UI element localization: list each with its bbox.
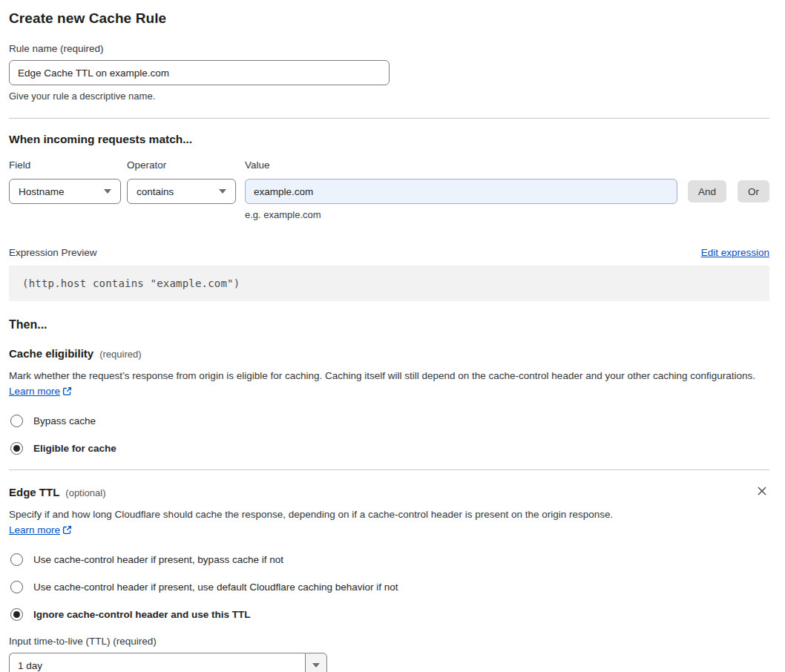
chevron-down-icon [104,189,111,194]
field-label: Field [9,159,121,171]
external-link-icon [62,525,72,535]
field-select-value: Hostname [19,186,65,197]
rule-name-input[interactable] [9,60,390,85]
external-link-icon [62,386,72,396]
ttl-input[interactable] [9,653,305,672]
cache-eligibility-title: Cache eligibility [9,347,93,360]
cache-eligibility-header: Cache eligibility (required) [9,347,769,360]
radio-circle-checked-icon [10,442,23,455]
cache-eligibility-badge: (required) [99,349,141,360]
radio-circle-icon [10,553,23,566]
edge-ttl-title: Edge TTL [9,486,59,498]
operator-label: Operator [127,159,236,171]
expression-preview-code: (http.host contains "example.com") [9,266,769,301]
value-helper: e.g. example.com [245,209,769,220]
radio-use-header-bypass[interactable]: Use cache-control header if present, byp… [9,553,769,566]
edge-ttl-description: Specify if and how long Cloudflare shoul… [9,507,628,538]
divider-top [9,118,769,119]
and-button[interactable]: And [688,180,726,202]
ttl-dropdown-button[interactable] [305,653,327,672]
edge-ttl-badge: (optional) [65,487,105,498]
cache-eligibility-learn-more-link[interactable]: Learn more [9,386,60,397]
chevron-down-icon [312,663,320,668]
chevron-down-icon [219,189,226,194]
radio-eligible-for-cache[interactable]: Eligible for cache [9,442,769,455]
ttl-combobox [9,653,327,672]
ttl-label: Input time-to-live (TTL) (required) [9,636,769,647]
match-section-heading: When incoming requests match... [9,133,769,146]
radio-circle-icon [10,581,23,593]
radio-use-header-default[interactable]: Use cache-control header if present, use… [9,581,769,593]
close-edge-ttl-button[interactable] [755,484,769,499]
edit-expression-link[interactable]: Edit expression [701,247,769,258]
value-input[interactable] [245,179,677,204]
radio-bypass-cache[interactable]: Bypass cache [9,415,769,427]
operator-select-value: contains [137,186,174,197]
radio-circle-icon [10,415,23,427]
rule-name-helper: Give your rule a descriptive name. [9,90,769,102]
condition-buttons: And Or [688,180,769,202]
radio-ignore-header-use-ttl[interactable]: Ignore cache-control header and use this… [9,608,769,621]
page-title: Create new Cache Rule [9,10,769,27]
expression-preview-label: Expression Preview [9,247,97,258]
edge-ttl-options: Use cache-control header if present, byp… [9,553,769,621]
or-button[interactable]: Or [738,180,769,202]
cache-eligibility-options: Bypass cache Eligible for cache [9,415,769,455]
radio-circle-checked-icon [10,608,23,621]
match-builder-row: Field Hostname Operator contains Value A… [9,159,769,204]
field-select[interactable]: Hostname [9,179,121,204]
value-label: Value [245,159,677,171]
then-heading: Then... [9,318,769,332]
rule-name-label: Rule name (required) [9,43,769,54]
cache-eligibility-description: Mark whether the request’s response from… [9,368,758,399]
divider-edge-ttl [9,470,769,470]
operator-select[interactable]: contains [127,179,236,204]
edge-ttl-learn-more-link[interactable]: Learn more [9,524,60,536]
close-icon [756,485,768,497]
edge-ttl-header: Edge TTL (optional) [9,486,769,498]
